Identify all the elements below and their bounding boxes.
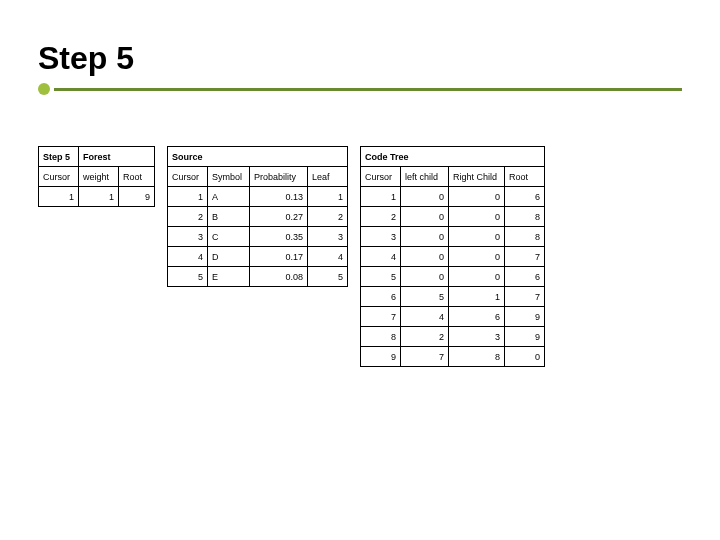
code-cell: 8 — [505, 227, 545, 247]
code-cell: 0 — [449, 227, 505, 247]
code-cell: 8 — [505, 207, 545, 227]
source-col-cursor: Cursor — [168, 167, 208, 187]
table-row: 5 E 0.08 5 — [168, 267, 348, 287]
code-cell: 6 — [505, 187, 545, 207]
code-cell: 9 — [505, 307, 545, 327]
source-col-symbol: Symbol — [208, 167, 250, 187]
forest-col-root: Root — [119, 167, 155, 187]
table-row: 4 0 0 7 — [361, 247, 545, 267]
code-cell: 6 — [505, 267, 545, 287]
code-cell: 8 — [449, 347, 505, 367]
table-row: 4 D 0.17 4 — [168, 247, 348, 267]
source-cell: D — [208, 247, 250, 267]
source-cell: 2 — [168, 207, 208, 227]
code-cell: 1 — [449, 287, 505, 307]
source-cell: 5 — [308, 267, 348, 287]
source-cell: 0.13 — [250, 187, 308, 207]
code-cell: 0 — [401, 247, 449, 267]
bullet-dot-icon — [38, 83, 50, 95]
forest-table: Step 5 Forest Cursor weight Root 1 1 9 — [38, 146, 155, 207]
table-row: Cursor weight Root — [39, 167, 155, 187]
source-cell: A — [208, 187, 250, 207]
source-cell: 5 — [168, 267, 208, 287]
source-cell: C — [208, 227, 250, 247]
code-cell: 3 — [361, 227, 401, 247]
source-cell: 0.08 — [250, 267, 308, 287]
table-row: Code Tree — [361, 147, 545, 167]
source-cell: 3 — [168, 227, 208, 247]
source-cell: 3 — [308, 227, 348, 247]
table-row: Cursor Symbol Probability Leaf — [168, 167, 348, 187]
table-row: 8 2 3 9 — [361, 327, 545, 347]
code-cell: 0 — [401, 207, 449, 227]
source-col-prob: Probability — [250, 167, 308, 187]
source-cell: 1 — [168, 187, 208, 207]
forest-cell: 9 — [119, 187, 155, 207]
forest-section-header: Forest — [79, 147, 155, 167]
source-cell: 1 — [308, 187, 348, 207]
table-row: Step 5 Forest — [39, 147, 155, 167]
source-cell: 0.17 — [250, 247, 308, 267]
code-cell: 2 — [361, 207, 401, 227]
table-row: 3 C 0.35 3 — [168, 227, 348, 247]
code-section-header: Code Tree — [361, 147, 545, 167]
source-section-header: Source — [168, 147, 348, 167]
slide: Step 5 Step 5 Forest Cursor weight Root … — [0, 0, 720, 540]
code-cell: 7 — [505, 287, 545, 307]
code-cell: 6 — [361, 287, 401, 307]
code-cell: 8 — [361, 327, 401, 347]
code-col-left: left child — [401, 167, 449, 187]
tables-container: Step 5 Forest Cursor weight Root 1 1 9 S… — [38, 146, 700, 367]
source-cell: 4 — [308, 247, 348, 267]
table-row: 1 A 0.13 1 — [168, 187, 348, 207]
code-cell: 0 — [449, 187, 505, 207]
source-cell: E — [208, 267, 250, 287]
source-cell: 4 — [168, 247, 208, 267]
code-cell: 9 — [361, 347, 401, 367]
code-cell: 5 — [361, 267, 401, 287]
forest-cell: 1 — [39, 187, 79, 207]
code-cell: 1 — [361, 187, 401, 207]
divider-line — [54, 88, 682, 91]
code-cell: 3 — [449, 327, 505, 347]
code-col-root: Root — [505, 167, 545, 187]
code-cell: 2 — [401, 327, 449, 347]
source-cell: B — [208, 207, 250, 227]
code-cell: 7 — [401, 347, 449, 367]
source-col-leaf: Leaf — [308, 167, 348, 187]
code-cell: 9 — [505, 327, 545, 347]
table-row: 1 1 9 — [39, 187, 155, 207]
source-cell: 2 — [308, 207, 348, 227]
code-cell: 0 — [505, 347, 545, 367]
code-cell: 0 — [401, 227, 449, 247]
code-cell: 0 — [449, 267, 505, 287]
code-cell: 0 — [401, 267, 449, 287]
table-row: 5 0 0 6 — [361, 267, 545, 287]
code-cell: 0 — [449, 247, 505, 267]
table-row: Source — [168, 147, 348, 167]
code-col-cursor: Cursor — [361, 167, 401, 187]
table-row: 7 4 6 9 — [361, 307, 545, 327]
title-underline — [38, 83, 682, 95]
code-cell: 5 — [401, 287, 449, 307]
code-tree-table: Code Tree Cursor left child Right Child … — [360, 146, 545, 367]
code-cell: 4 — [361, 247, 401, 267]
table-row: 1 0 0 6 — [361, 187, 545, 207]
page-title: Step 5 — [38, 40, 682, 77]
code-col-right: Right Child — [449, 167, 505, 187]
table-row: 6 5 1 7 — [361, 287, 545, 307]
step-label: Step 5 — [39, 147, 79, 167]
code-cell: 7 — [505, 247, 545, 267]
table-row: 3 0 0 8 — [361, 227, 545, 247]
source-table: Source Cursor Symbol Probability Leaf 1 … — [167, 146, 348, 287]
table-row: Cursor left child Right Child Root — [361, 167, 545, 187]
code-cell: 6 — [449, 307, 505, 327]
source-cell: 0.27 — [250, 207, 308, 227]
table-row: 2 0 0 8 — [361, 207, 545, 227]
table-row: 9 7 8 0 — [361, 347, 545, 367]
forest-col-weight: weight — [79, 167, 119, 187]
forest-cell: 1 — [79, 187, 119, 207]
code-cell: 7 — [361, 307, 401, 327]
code-cell: 0 — [401, 187, 449, 207]
forest-col-cursor: Cursor — [39, 167, 79, 187]
